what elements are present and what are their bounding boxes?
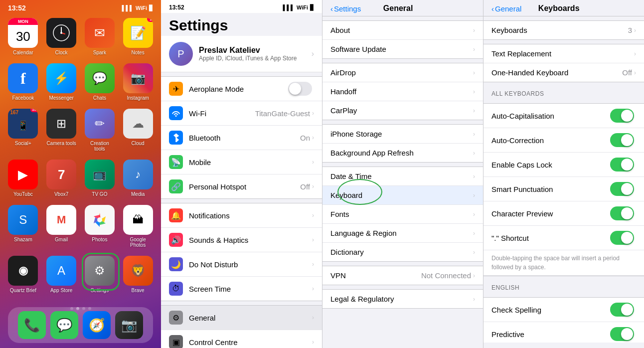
sounds-label: Sounds & Haptics [189,236,312,244]
dock-safari[interactable]: 🧭 [83,311,111,339]
dock: 📞 💬 🧭 📷 [0,307,161,343]
software-update-row[interactable]: Software Update › [322,40,483,58]
general-nav-title: General [383,4,413,13]
general-navbar: ‹ Settings General [322,0,483,16]
aeroplane-row[interactable]: ✈ Aeroplane Mode [161,77,322,101]
app-media[interactable]: ♪ Media [123,160,153,197]
sounds-icon: 🔊 [169,233,183,247]
sounds-row[interactable]: 🔊 Sounds & Haptics › [161,228,322,252]
background-refresh-row[interactable]: Background App Refresh › [322,144,483,162]
iphone-storage-row[interactable]: iPhone Storage › [322,125,483,144]
app-vbox7[interactable]: 7 Vbox7 [46,160,77,197]
check-spelling-row[interactable]: Check Spelling [483,298,644,322]
bluetooth-chevron: › [312,134,314,141]
about-row[interactable]: About › [322,21,483,40]
app-photos[interactable]: Photos [85,205,115,248]
account-row[interactable]: P Preslav Kateliev Apple ID, iCloud, iTu… [161,36,322,72]
app-social-plus[interactable]: 167 📱 167 Social+ [8,109,38,152]
vpn-label: VPN [330,271,421,280]
airdrop-row[interactable]: AirDrop › [322,63,483,82]
keyboards-count-chevron: › [634,27,636,34]
mobile-row[interactable]: 📡 Mobile › [161,150,322,174]
check-spelling-toggle[interactable] [610,303,634,317]
language-region-row[interactable]: Language & Region › [322,224,483,243]
notifications-label: Notifications [189,211,312,220]
predictive-row[interactable]: Predictive [483,322,644,343]
keyboards-back-button[interactable]: ‹ General [491,4,521,13]
airdrop-chevron: › [473,69,475,76]
bluetooth-row[interactable]: Bluetooth On › [161,126,322,150]
date-time-row[interactable]: Date & Time › [322,167,483,186]
general-back-button[interactable]: ‹ Settings [330,4,361,13]
one-handed-row[interactable]: One-Handed Keyboard Off › [483,63,644,82]
text-replacement-chevron: › [634,50,636,57]
legal-row[interactable]: Legal & Regulatory › [322,290,483,308]
keyboards-count-row[interactable]: Keyboards 3 › [483,21,644,39]
general-datetime-section: Date & Time › Keyboard › Fonts › Languag… [322,167,483,262]
notifications-row[interactable]: 🔔 Notifications › [161,203,322,228]
app-spark[interactable]: ✉ Spark [85,18,115,55]
predictive-toggle[interactable] [610,327,634,341]
auto-correct-row[interactable]: Auto-Correction [483,128,644,153]
app-cloud[interactable]: ☁ Cloud [123,109,153,152]
app-facebook[interactable]: f Facebook [8,63,38,101]
app-label-appstore: App Store [50,288,72,293]
caps-lock-toggle[interactable] [610,158,634,172]
app-clock[interactable]: Clock [46,18,77,55]
handoff-row[interactable]: Handoff › [322,82,483,101]
app-instagram[interactable]: 📷 Instagram [123,63,153,101]
fonts-row[interactable]: Fonts › [322,205,483,224]
settings-signal: ▌▌▌ [283,4,294,11]
app-notes[interactable]: 📝 1 Notes [123,18,153,55]
smart-punct-toggle[interactable] [610,182,634,196]
carplay-row[interactable]: CarPlay › [322,101,483,120]
char-preview-row[interactable]: Character Preview [483,201,644,226]
app-label-cloud: Cloud [132,141,145,146]
app-app-store[interactable]: A App Store [46,256,77,293]
dock-camera[interactable]: 📷 [115,311,143,339]
control-centre-chevron: › [312,339,314,346]
app-google-photos[interactable]: 🏔 Google Photos [123,205,153,248]
period-shortcut-toggle[interactable] [610,231,634,245]
about-label: About [330,26,473,34]
control-centre-row[interactable]: ▣ Control Centre › [161,330,322,348]
aeroplane-toggle[interactable] [288,82,312,96]
general-row[interactable]: ⚙ General › [161,306,322,330]
auto-cap-row[interactable]: Auto-Capitalisation [483,104,644,128]
app-camera-tools[interactable]: ⊞ Camera tools [46,109,77,152]
bluetooth-label: Bluetooth [189,134,300,142]
mobile-label: Mobile [189,158,312,167]
period-shortcut-row[interactable]: "." Shortcut [483,226,644,250]
dictionary-row[interactable]: Dictionary › [322,243,483,261]
dock-messages[interactable]: 💬 [50,311,78,339]
app-creation-tools[interactable]: ✏ Creation tools [85,109,115,152]
char-preview-toggle[interactable] [610,206,634,220]
smart-punct-row[interactable]: Smart Punctuation [483,177,644,201]
fonts-chevron: › [473,211,475,218]
app-chats[interactable]: 💬 Chats [85,63,115,101]
caps-lock-row[interactable]: Enable Caps Lock [483,153,644,177]
app-quartz-brief[interactable]: ◉ Quartz Brief [8,256,38,293]
keyboard-row[interactable]: Keyboard › [322,186,483,205]
app-calendar[interactable]: MON 30 Calendar [8,18,38,55]
dnd-row[interactable]: 🌙 Do Not Disturb › [161,252,322,277]
settings-status-bar: 13:52 ▌▌▌ WiFi ▊ [161,0,322,13]
app-messenger[interactable]: ⚡ Messenger [46,63,77,101]
dock-phone[interactable]: 📞 [18,311,46,339]
general-storage-section: iPhone Storage › Background App Refresh … [322,124,483,163]
app-tvgo[interactable]: 📺 TV GO [85,160,115,197]
screentime-row[interactable]: ⏱ Screen Time › [161,277,322,301]
keyboards-navbar: ‹ General Keyboards [483,0,644,16]
vpn-row[interactable]: VPN Not Connected › [322,266,483,285]
check-spelling-label: Check Spelling [491,306,610,314]
app-shazam[interactable]: S Shazam [8,205,38,248]
auto-correct-toggle[interactable] [610,133,634,147]
app-youtube[interactable]: ▶ YouTubc [8,160,38,197]
app-gmail[interactable]: M Gmail [46,205,77,248]
text-replacement-row[interactable]: Text Replacement › [483,44,644,63]
wifi-row[interactable]: Wi-Fi TitanGate-Guest › [161,101,322,126]
app-settings[interactable]: ⚙ Settings [85,256,115,293]
auto-cap-toggle[interactable] [610,109,634,123]
app-brave[interactable]: 🦁 Brave [123,256,153,293]
hotspot-row[interactable]: 🔗 Personal Hotspot Off › [161,174,322,198]
